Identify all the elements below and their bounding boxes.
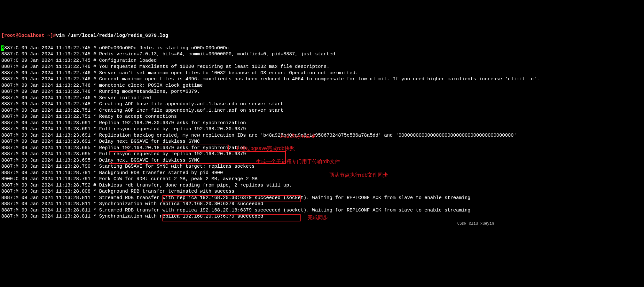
- watermark: CSDN @liu_xueyin: [457, 221, 494, 227]
- log-line: 8887:M 09 Jan 2024 11:13:23.691 * Replic…: [1, 133, 516, 138]
- log-line: 8887:M 09 Jan 2024 11:13:28.811 * Stream…: [1, 208, 470, 213]
- log-line: 8887:M 09 Jan 2024 11:13:28.811 * Synchr…: [1, 214, 263, 219]
- log-line: 8887:M 09 Jan 2024 11:13:22.746 # Server…: [1, 70, 358, 76]
- prompt-user-host: [root@localhost ~]#: [1, 33, 56, 38]
- log-line: 8887:M 09 Jan 2024 11:13:28.811 * Stream…: [1, 195, 470, 201]
- log-line: 8887:M 09 Jan 2024 11:13:22.748 * Creati…: [1, 101, 283, 107]
- log-line: 8887:C 09 Jan 2024 11:13:22.745 # Config…: [1, 58, 157, 63]
- terminal-output: [root@localhost ~]#vim /usr/local/redis/…: [1, 26, 643, 220]
- annotation-bgsave-rdb: 主通过bgsave完成rdb快照: [235, 145, 295, 152]
- annotation-sync-cmd: 从发送sync命令: [280, 133, 316, 140]
- blank-line: [1, 39, 4, 44]
- log-line: 8887:M 09 Jan 2024 11:13:22.746 * monoto…: [1, 83, 203, 88]
- cursor: 8: [1, 45, 4, 51]
- log-line: 8887:M 09 Jan 2024 11:13:23.695 * Replic…: [1, 145, 246, 151]
- log-line: 8887:M 09 Jan 2024 11:13:28.792 # Diskle…: [1, 183, 292, 188]
- log-line: 8900:C 09 Jan 2024 11:13:28.791 * Fork C…: [1, 176, 257, 182]
- annotation-sync-complete: 完成同步: [308, 214, 328, 221]
- log-line: 8887:C 09 Jan 2024 11:13:22.745 # Redis …: [1, 52, 335, 57]
- log-line: 8887:M 09 Jan 2024 11:13:22.746 # Curren…: [1, 76, 539, 82]
- log-line: 8887:M 09 Jan 2024 11:13:22.751 * Ready …: [1, 114, 177, 119]
- log-line: 8887:M 09 Jan 2024 11:13:22.746 # You re…: [1, 64, 329, 69]
- log-line: 8887:M 09 Jan 2024 11:13:28.790 * Starti…: [1, 164, 255, 169]
- log-line: 8887:M 09 Jan 2024 11:13:22.751 * Creati…: [1, 108, 283, 113]
- annotation-replica-sync: 两从节点执行rdb文件同步: [329, 172, 388, 179]
- log-line: 8887:M 09 Jan 2024 11:13:22.746 * Runnin…: [1, 89, 200, 94]
- log-line: 8887:M 09 Jan 2024 11:13:23.695 * Full r…: [1, 151, 246, 157]
- log-line: 8887:M 09 Jan 2024 11:13:28.808 * Backgr…: [1, 189, 234, 194]
- log-line: 8887:M 09 Jan 2024 11:13:23.691 * Replic…: [1, 120, 246, 126]
- log-line: 887:C 09 Jan 2024 11:13:22.745 # oO0OoO0…: [4, 45, 229, 51]
- log-line: 8887:M 09 Jan 2024 11:13:28.811 * Synchr…: [1, 201, 263, 207]
- annotation-child-process: 生成一个子进程专门用于传输rdb文件: [256, 158, 340, 165]
- log-line: 8887:M 09 Jan 2024 11:13:28.791 * Backgr…: [1, 170, 223, 176]
- log-line: 8887:M 09 Jan 2024 11:13:23.695 * Delay …: [1, 158, 200, 163]
- prompt-command: vim /usr/local/redis/log/redis_6379.log: [56, 33, 168, 38]
- log-line: 8887:M 09 Jan 2024 11:13:23.691 * Full r…: [1, 126, 246, 132]
- log-line: 8887:M 09 Jan 2024 11:13:22.746 # Server…: [1, 95, 151, 101]
- log-line: 8887:M 09 Jan 2024 11:13:23.691 * Delay …: [1, 139, 200, 144]
